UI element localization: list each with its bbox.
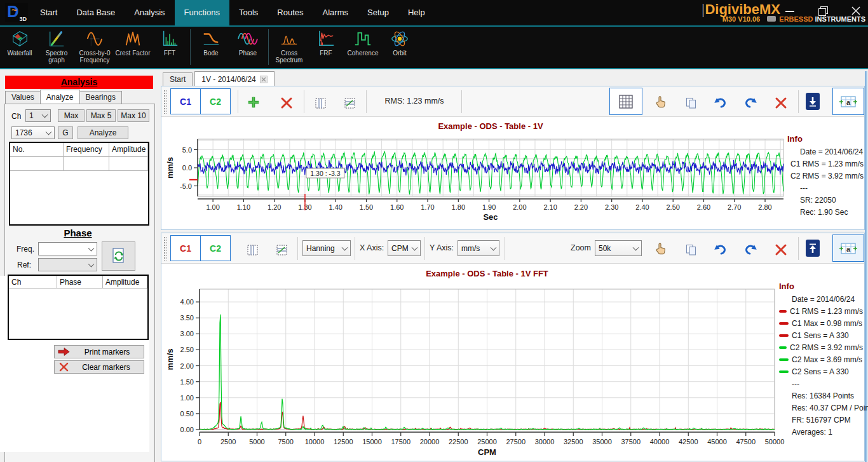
print-markers-button[interactable]: Print markers (54, 345, 144, 358)
ribbon-item-frf[interactable]: FRF (308, 27, 344, 57)
undo-button[interactable] (712, 94, 728, 111)
redo-button[interactable] (742, 241, 759, 257)
zoom-select[interactable]: 50k (595, 240, 642, 256)
ribbon-item-bode[interactable]: Bode (193, 27, 229, 57)
svg-text:10000: 10000 (305, 438, 325, 445)
fit-vertical-button[interactable] (273, 241, 290, 258)
fft-chart-plot[interactable]: 0.000.501.001.502.002.503.003.504.00mm/s… (161, 264, 864, 461)
max-button[interactable]: Max (58, 109, 85, 122)
max-10-button[interactable]: Max 10 (118, 109, 149, 122)
ribbon-separator (268, 29, 269, 65)
add-annotation-button[interactable]: a (832, 88, 864, 115)
series-swatch-icon (779, 310, 787, 313)
data-table-button[interactable] (609, 88, 642, 115)
window-function-select[interactable]: Hanning (302, 240, 351, 256)
svg-text:27500: 27500 (506, 438, 526, 445)
tab-values[interactable]: Values (5, 91, 41, 104)
phase-ref-select[interactable] (38, 258, 97, 271)
document-tab-start[interactable]: Start (163, 72, 193, 86)
ribbon-item-crest-factor[interactable]: Crest Factor (114, 27, 151, 57)
svg-text:15000: 15000 (362, 438, 382, 445)
svg-text:30000: 30000 (535, 438, 555, 445)
fit-horizontal-button[interactable] (244, 241, 261, 258)
copy-button[interactable] (682, 241, 699, 258)
channel-2-button[interactable]: C2 (200, 88, 231, 114)
menu-item-tools[interactable]: Tools (229, 0, 268, 25)
clear-markers-button[interactable]: Clear markers (54, 360, 144, 374)
minimize-button[interactable] (784, 5, 796, 17)
channel-1-button[interactable]: C1 (170, 235, 201, 261)
g-units-button[interactable]: G (58, 126, 73, 139)
ribbon-item-fft[interactable]: FFT (151, 27, 188, 57)
undo-button[interactable] (712, 241, 728, 257)
tab-analyze[interactable]: Analyze (40, 90, 80, 104)
pointer-mode-button[interactable] (652, 240, 668, 257)
close-button[interactable] (850, 5, 862, 17)
export-up-button[interactable] (806, 240, 820, 257)
menu-item-data-base[interactable]: Data Base (67, 0, 125, 25)
time-chart-toolbar: C1C2RMS: 1.23 mm/sa (161, 86, 864, 117)
phase-table: ChPhaseAmplitude (8, 275, 149, 340)
tab-close-button[interactable] (260, 76, 268, 83)
y-axis-select[interactable]: mm/s (458, 240, 499, 256)
fit-vertical-button[interactable] (341, 95, 358, 111)
time-chart-plot[interactable]: -5.00.05.0mm/s1.001.101.201.301.401.501.… (161, 118, 864, 230)
redx-icon (775, 243, 787, 256)
time-chart[interactable]: Example - ODS - Table - 1V -5.00.05.0mm/… (161, 118, 864, 230)
ribbon-item-spectrograph[interactable]: Spectro graph (38, 27, 75, 64)
info-line: Date = 2014/06/24 (800, 146, 864, 158)
svg-text:12500: 12500 (334, 438, 353, 445)
phase-freq-select[interactable] (38, 242, 97, 255)
copy-button[interactable] (682, 95, 699, 111)
fft-chart-axes: 0.000.501.001.502.002.503.003.504.00mm/s… (165, 289, 784, 457)
ribbon-item-cross-by-0[interactable]: Cross-by-0 Frequency (75, 27, 114, 64)
fit-horizontal-button[interactable] (312, 95, 329, 111)
menu-item-functions[interactable]: Functions (175, 0, 229, 25)
ribbon-separator (190, 29, 191, 65)
menu-item-help[interactable]: Help (398, 0, 435, 25)
refresh-document-icon (112, 248, 126, 264)
svg-text:45000: 45000 (707, 438, 727, 445)
ribbon-item-cross-spectrum[interactable]: Cross Spectrum (271, 27, 308, 64)
menu-item-analysis[interactable]: Analysis (125, 0, 174, 25)
export-down-button[interactable] (806, 93, 820, 110)
drag-handle[interactable] (163, 90, 167, 114)
delete-marker-button[interactable] (278, 95, 295, 111)
phase-refresh-button[interactable] (102, 241, 135, 271)
add-marker-button[interactable] (245, 94, 262, 111)
frequency-select[interactable]: 1736 (11, 126, 55, 139)
x-axis-select[interactable]: CPM (388, 240, 421, 256)
copy-icon (685, 97, 697, 109)
svg-text:1.70: 1.70 (421, 203, 434, 211)
ribbon-item-waterfall[interactable]: Waterfall (1, 27, 38, 57)
clear-button[interactable] (773, 95, 789, 111)
menu-item-alarms[interactable]: Alarms (313, 0, 358, 25)
clear-button[interactable] (773, 241, 789, 258)
analyze-button[interactable]: Analyze (78, 126, 128, 139)
svg-text:32500: 32500 (564, 438, 583, 445)
document-tab-1v-2014-06-24[interactable]: 1V - 2014/06/24 (194, 71, 274, 86)
table-row[interactable] (10, 157, 148, 171)
drag-handle[interactable] (163, 236, 167, 261)
max-5-button[interactable]: Max 5 (86, 109, 116, 122)
channel-1-button[interactable]: C1 (170, 88, 201, 114)
menu-item-setup[interactable]: Setup (358, 0, 398, 25)
channel-select[interactable]: 1 (25, 109, 51, 122)
redo-button[interactable] (742, 94, 759, 111)
menu-item-routes[interactable]: Routes (268, 0, 313, 25)
channel-2-button[interactable]: C2 (200, 235, 231, 261)
info-line: C1 RMS = 1.23 mm/s (800, 158, 864, 170)
pointer-mode-button[interactable] (652, 93, 668, 110)
ribbon-item-coherence[interactable]: Coherence (344, 27, 381, 57)
add-annotation-button[interactable]: a (832, 234, 864, 262)
fft-chart[interactable]: Example - ODS - Table - 1V FFT 0.000.501… (161, 264, 864, 461)
ribbon-item-orbit[interactable]: Orbit (381, 27, 418, 57)
svg-text:4.00: 4.00 (180, 298, 194, 306)
tab-bearings[interactable]: Bearings (79, 91, 122, 104)
ribbon-item-phase[interactable]: Phase (229, 27, 266, 57)
chevron-down-icon (88, 261, 95, 267)
toolbar-separator (238, 90, 238, 113)
restore-button[interactable] (817, 5, 829, 17)
menu-item-start[interactable]: Start (31, 0, 67, 25)
app-logo-icon[interactable]: D ~ 3D (5, 3, 28, 22)
